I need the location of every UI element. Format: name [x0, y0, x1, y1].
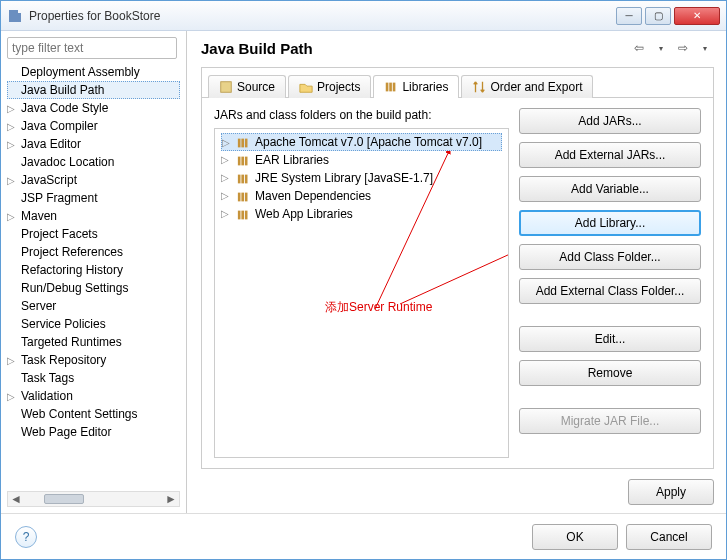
- svg-rect-3: [393, 83, 396, 92]
- library-icon: [237, 191, 251, 203]
- sidebar-item-targeted-runtimes[interactable]: Targeted Runtimes: [7, 333, 180, 351]
- library-icon: [237, 173, 251, 185]
- library-icon: [237, 137, 251, 149]
- add-external-jars-button[interactable]: Add External JARs...: [519, 142, 701, 168]
- tab-libraries[interactable]: Libraries: [373, 75, 459, 98]
- tab-source[interactable]: Source: [208, 75, 286, 98]
- sidebar-item-label: Run/Debug Settings: [21, 281, 128, 295]
- sidebar-item-label: JSP Fragment: [21, 191, 97, 205]
- sidebar-item-web-content-settings[interactable]: Web Content Settings: [7, 405, 180, 423]
- svg-rect-1: [386, 83, 389, 92]
- library-item[interactable]: ▷Maven Dependencies: [221, 187, 502, 205]
- sidebar-item-project-facets[interactable]: Project Facets: [7, 225, 180, 243]
- sidebar-item-service-policies[interactable]: Service Policies: [7, 315, 180, 333]
- forward-button[interactable]: ⇨: [674, 39, 692, 57]
- library-item[interactable]: ▷EAR Libraries: [221, 151, 502, 169]
- sidebar-item-label: Javadoc Location: [21, 155, 114, 169]
- tab-projects[interactable]: Projects: [288, 75, 371, 98]
- library-label: Web App Libraries: [255, 207, 353, 221]
- scroll-left-icon[interactable]: ◄: [8, 492, 24, 506]
- svg-rect-6: [238, 138, 241, 147]
- tab-label: Libraries: [402, 80, 448, 94]
- tab-label: Projects: [317, 80, 360, 94]
- add-class-folder-button[interactable]: Add Class Folder...: [519, 244, 701, 270]
- add-library-button[interactable]: Add Library...: [519, 210, 701, 236]
- source-icon: [219, 80, 233, 94]
- remove-button[interactable]: Remove: [519, 360, 701, 386]
- sidebar-item-javadoc-location[interactable]: Javadoc Location: [7, 153, 180, 171]
- library-label: JRE System Library [JavaSE-1.7]: [255, 171, 433, 185]
- scroll-thumb[interactable]: [44, 494, 84, 504]
- expand-icon[interactable]: ▷: [7, 391, 15, 402]
- libraries-tab-content: JARs and class folders on the build path…: [202, 98, 713, 468]
- library-item[interactable]: ▷Web App Libraries: [221, 205, 502, 223]
- minimize-button[interactable]: ─: [616, 7, 642, 25]
- library-item[interactable]: ▷JRE System Library [JavaSE-1.7]: [221, 169, 502, 187]
- sidebar-item-validation[interactable]: ▷Validation: [7, 387, 180, 405]
- back-button[interactable]: ⇦: [630, 39, 648, 57]
- dialog-body: Deployment AssemblyJava Build Path▷Java …: [1, 31, 726, 513]
- add-jars-button[interactable]: Add JARs...: [519, 108, 701, 134]
- sidebar-item-task-tags[interactable]: Task Tags: [7, 369, 180, 387]
- edit-button[interactable]: Edit...: [519, 326, 701, 352]
- expand-icon[interactable]: ▷: [7, 211, 15, 222]
- tab-bar: SourceProjectsLibrariesOrder and Export: [202, 68, 713, 98]
- sidebar-item-project-references[interactable]: Project References: [7, 243, 180, 261]
- sidebar-item-java-code-style[interactable]: ▷Java Code Style: [7, 99, 180, 117]
- horizontal-scrollbar[interactable]: ◄ ►: [7, 491, 180, 507]
- sidebar-item-javascript[interactable]: ▷JavaScript: [7, 171, 180, 189]
- expand-icon[interactable]: ▷: [221, 190, 229, 201]
- expand-icon[interactable]: ▷: [7, 103, 15, 114]
- maximize-button[interactable]: ▢: [645, 7, 671, 25]
- ok-button[interactable]: OK: [532, 524, 618, 550]
- forward-menu-icon[interactable]: ▾: [696, 39, 714, 57]
- expand-icon[interactable]: ▷: [221, 154, 229, 165]
- back-menu-icon[interactable]: ▾: [652, 39, 670, 57]
- sidebar-item-label: Project Facets: [21, 227, 98, 241]
- window-title: Properties for BookStore: [29, 9, 160, 23]
- expand-icon[interactable]: ▷: [7, 355, 15, 366]
- expand-icon[interactable]: ▷: [7, 139, 15, 150]
- sidebar-item-web-page-editor[interactable]: Web Page Editor: [7, 423, 180, 441]
- expand-icon[interactable]: ▷: [7, 175, 15, 186]
- library-item[interactable]: ▷Apache Tomcat v7.0 [Apache Tomcat v7.0]: [221, 133, 502, 151]
- libraries-tree[interactable]: 添加Server Runtime ▷Apache Tomcat v7.0 [Ap…: [214, 128, 509, 458]
- cancel-button[interactable]: Cancel: [626, 524, 712, 550]
- expand-icon[interactable]: ▷: [7, 121, 15, 132]
- sidebar-item-java-editor[interactable]: ▷Java Editor: [7, 135, 180, 153]
- svg-rect-18: [238, 210, 241, 219]
- sidebar-item-label: Java Build Path: [21, 83, 104, 97]
- sidebar-item-jsp-fragment[interactable]: JSP Fragment: [7, 189, 180, 207]
- svg-rect-12: [238, 174, 241, 183]
- close-button[interactable]: ✕: [674, 7, 720, 25]
- filter-input[interactable]: [7, 37, 177, 59]
- sidebar-item-task-repository[interactable]: ▷Task Repository: [7, 351, 180, 369]
- sidebar-item-label: Service Policies: [21, 317, 106, 331]
- sidebar-item-deployment-assembly[interactable]: Deployment Assembly: [7, 63, 180, 81]
- sidebar-item-label: Validation: [21, 389, 73, 403]
- expand-icon[interactable]: ▷: [221, 172, 229, 183]
- category-tree[interactable]: Deployment AssemblyJava Build Path▷Java …: [7, 63, 180, 491]
- migrate-jar-button: Migrate JAR File...: [519, 408, 701, 434]
- scroll-right-icon[interactable]: ►: [163, 492, 179, 506]
- help-icon[interactable]: ?: [15, 526, 37, 548]
- svg-rect-11: [245, 156, 248, 165]
- sidebar-item-java-compiler[interactable]: ▷Java Compiler: [7, 117, 180, 135]
- sidebar-item-label: JavaScript: [21, 173, 77, 187]
- library-icon: [237, 155, 251, 167]
- add-external-class-folder-button[interactable]: Add External Class Folder...: [519, 278, 701, 304]
- sidebar-item-java-build-path[interactable]: Java Build Path: [7, 81, 180, 99]
- expand-icon[interactable]: ▷: [221, 208, 229, 219]
- sidebar-item-server[interactable]: Server: [7, 297, 180, 315]
- svg-rect-0: [221, 82, 232, 93]
- sidebar-item-run-debug-settings[interactable]: Run/Debug Settings: [7, 279, 180, 297]
- library-label: EAR Libraries: [255, 153, 329, 167]
- sidebar-item-maven[interactable]: ▷Maven: [7, 207, 180, 225]
- sidebar-item-refactoring-history[interactable]: Refactoring History: [7, 261, 180, 279]
- add-variable-button[interactable]: Add Variable...: [519, 176, 701, 202]
- tab-order-and-export[interactable]: Order and Export: [461, 75, 593, 98]
- expand-icon[interactable]: ▷: [222, 137, 230, 148]
- library-icon: [237, 209, 251, 221]
- apply-button[interactable]: Apply: [628, 479, 714, 505]
- svg-rect-13: [241, 174, 244, 183]
